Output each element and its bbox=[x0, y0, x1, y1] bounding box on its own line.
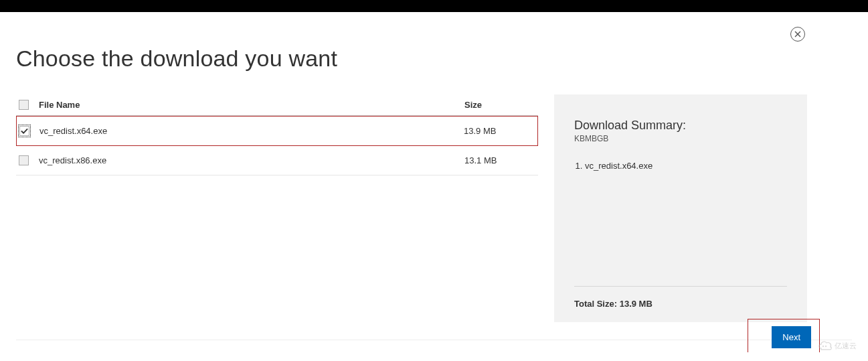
page-title: Choose the download you want bbox=[16, 46, 852, 72]
divider bbox=[16, 340, 852, 340]
file-name-cell: vc_redist.x86.exe bbox=[37, 155, 464, 165]
next-button[interactable]: Next bbox=[772, 326, 811, 348]
close-button[interactable] bbox=[790, 27, 805, 42]
summary-title: Download Summary: bbox=[574, 119, 787, 133]
column-header-filename: File Name bbox=[37, 100, 464, 110]
row-checkbox[interactable] bbox=[19, 126, 29, 136]
top-bar bbox=[0, 0, 868, 12]
close-icon bbox=[794, 31, 801, 38]
watermark-text: 亿速云 bbox=[835, 341, 857, 351]
checkmark-icon bbox=[21, 127, 28, 135]
table-row[interactable]: vc_redist.x86.exe 13.1 MB bbox=[16, 146, 538, 175]
table-row[interactable]: vc_redist.x64.exe 13.9 MB bbox=[16, 116, 538, 146]
file-size-cell: 13.9 MB bbox=[464, 126, 537, 136]
cloud-icon bbox=[817, 339, 833, 352]
total-size-row: Total Size: 13.9 MB bbox=[574, 299, 787, 309]
summary-subtitle: KBMBGB bbox=[574, 134, 787, 143]
downloads-table: File Name Size vc_redist.x64.exe 13.9 MB bbox=[16, 94, 538, 322]
svg-point-3 bbox=[825, 346, 827, 347]
watermark: 亿速云 bbox=[817, 335, 864, 352]
row-checkbox[interactable] bbox=[19, 155, 29, 165]
next-button-highlight: Next bbox=[748, 319, 820, 352]
download-summary-panel: Download Summary: KBMBGB vc_redist.x64.e… bbox=[554, 94, 807, 322]
svg-point-2 bbox=[822, 346, 824, 347]
select-all-checkbox[interactable] bbox=[19, 100, 29, 110]
file-size-cell: 13.1 MB bbox=[464, 155, 538, 165]
table-header-row: File Name Size bbox=[16, 94, 538, 116]
summary-list: vc_redist.x64.exe bbox=[574, 161, 787, 171]
total-size-value: 13.9 MB bbox=[620, 299, 653, 309]
summary-list-item: vc_redist.x64.exe bbox=[585, 161, 787, 171]
divider bbox=[574, 286, 787, 287]
file-name-cell: vc_redist.x64.exe bbox=[38, 126, 464, 136]
total-size-label: Total Size: bbox=[574, 299, 617, 309]
column-header-size: Size bbox=[464, 100, 538, 110]
